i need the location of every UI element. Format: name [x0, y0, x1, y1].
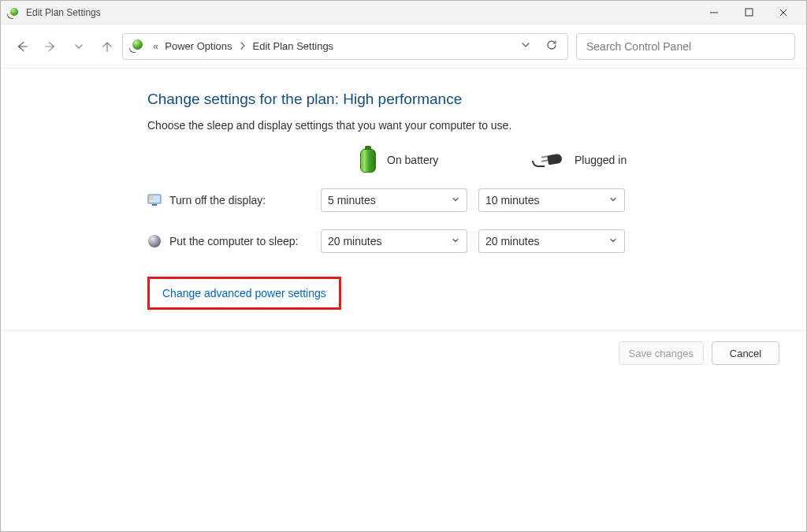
on-battery-column: On battery	[321, 146, 478, 174]
cancel-button[interactable]: Cancel	[712, 341, 779, 365]
refresh-button[interactable]	[545, 39, 558, 54]
sleep-icon	[147, 234, 162, 248]
close-button[interactable]	[773, 4, 794, 21]
search-input[interactable]	[586, 40, 785, 53]
breadcrumb-segment[interactable]: Power Options	[165, 40, 232, 52]
power-columns-header: On battery Plugged in	[147, 146, 806, 174]
row-label-text: Turn off the display:	[169, 194, 266, 206]
svg-rect-1	[746, 9, 753, 16]
highlighted-link-box: Change advanced power settings	[147, 277, 341, 310]
titlebar: Edit Plan Settings	[1, 1, 806, 24]
window-title: Edit Plan Settings	[26, 7, 101, 18]
display-off-plugged-select[interactable]: 10 minutes	[478, 188, 625, 212]
chevron-right-icon	[239, 40, 247, 52]
sleep-row: Put the computer to sleep: 20 minutes 20…	[147, 229, 806, 253]
breadcrumb-segment[interactable]: Edit Plan Settings	[253, 40, 334, 52]
display-off-battery-select[interactable]: 5 minutes	[321, 188, 467, 212]
chevron-down-icon	[451, 194, 460, 206]
svg-point-6	[150, 196, 153, 199]
save-changes-button[interactable]: Save changes	[619, 341, 704, 365]
chevron-down-icon	[608, 194, 618, 206]
column-label: On battery	[387, 154, 438, 166]
chevron-down-icon	[608, 235, 618, 247]
sleep-battery-select[interactable]: 20 minutes	[321, 229, 467, 253]
turn-off-display-row: Turn off the display: 5 minutes 10 minut…	[147, 188, 806, 212]
address-dropdown-button[interactable]	[520, 39, 531, 53]
select-value: 20 minutes	[485, 235, 539, 247]
recent-locations-button[interactable]	[72, 39, 86, 54]
page-subtext: Choose the sleep and display settings th…	[147, 119, 806, 132]
display-icon	[147, 193, 162, 207]
change-advanced-power-settings-link[interactable]: Change advanced power settings	[162, 287, 326, 299]
plug-icon	[532, 151, 565, 169]
footer-buttons: Save changes Cancel	[1, 331, 806, 375]
power-options-icon	[129, 38, 147, 55]
address-bar[interactable]: « Power Options Edit Plan Settings	[122, 33, 568, 60]
chevron-down-icon	[451, 235, 460, 247]
row-label: Put the computer to sleep:	[147, 234, 321, 248]
chevron-left-double-icon: «	[153, 40, 158, 52]
titlebar-left: Edit Plan Settings	[7, 6, 101, 20]
breadcrumb-label: Power Options	[165, 40, 232, 52]
svg-rect-5	[152, 204, 157, 206]
battery-icon	[359, 146, 377, 174]
search-box[interactable]	[576, 33, 795, 60]
window: Edit Plan Settings	[0, 0, 807, 532]
maximize-button[interactable]	[738, 4, 759, 21]
forward-button[interactable]	[43, 39, 58, 54]
minimize-button[interactable]	[704, 4, 724, 21]
breadcrumb-label: Edit Plan Settings	[253, 40, 334, 52]
row-label: Turn off the display:	[147, 193, 321, 207]
power-options-icon	[7, 6, 21, 20]
main-panel: Change settings for the plan: High perfo…	[1, 69, 806, 310]
up-button[interactable]	[100, 39, 114, 54]
nav-arrows	[15, 39, 114, 54]
navigation-bar: « Power Options Edit Plan Settings	[1, 24, 806, 69]
back-button[interactable]	[15, 39, 29, 54]
select-value: 10 minutes	[485, 194, 539, 206]
row-label-text: Put the computer to sleep:	[169, 235, 298, 247]
page-heading: Change settings for the plan: High perfo…	[147, 91, 806, 108]
window-controls	[704, 4, 794, 21]
select-value: 5 minutes	[328, 194, 376, 206]
sleep-plugged-select[interactable]: 20 minutes	[478, 229, 625, 253]
select-value: 20 minutes	[328, 235, 381, 247]
column-label: Plugged in	[575, 154, 627, 166]
plugged-in-column: Plugged in	[478, 151, 636, 169]
content-area: Change settings for the plan: High perfo…	[1, 69, 806, 531]
